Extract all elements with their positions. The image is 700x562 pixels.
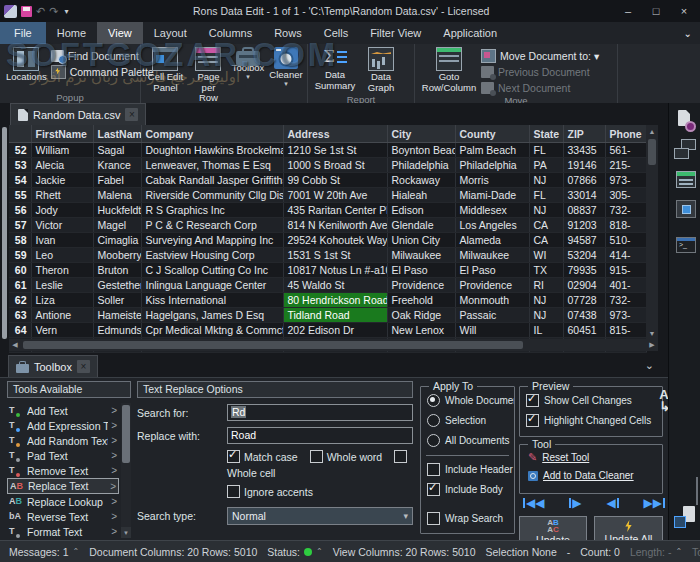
cell[interactable]: Rockaway <box>387 173 455 188</box>
cell[interactable]: Milwaukee <box>387 248 455 263</box>
menu-tab-file[interactable]: File <box>0 22 46 44</box>
cell[interactable]: FL <box>529 188 563 203</box>
cell[interactable]: 94587 <box>563 233 605 248</box>
search-input[interactable]: Rd <box>227 404 413 421</box>
all-documents-radio[interactable] <box>427 434 440 447</box>
cell[interactable]: Edison <box>387 203 455 218</box>
cell[interactable]: Alameda <box>455 233 529 248</box>
horizontal-scroll-thumb[interactable] <box>23 341 523 349</box>
menu-tab-rows[interactable]: Rows <box>263 22 313 44</box>
cell[interactable]: Cimaglia <box>93 233 141 248</box>
row-number[interactable]: 53 <box>9 158 31 173</box>
column-header-address[interactable]: Address <box>283 125 387 143</box>
first-match-button[interactable]: ◀◀ <box>523 496 544 510</box>
menu-tab-view[interactable]: View <box>97 22 143 44</box>
cell[interactable]: Lenweaver, Thomas E Esq <box>141 158 283 173</box>
cell[interactable]: 91203 <box>563 218 605 233</box>
next-document-button[interactable]: Next Document <box>481 80 599 95</box>
cell[interactable]: Los Angeles <box>455 218 529 233</box>
maximize-button[interactable]: □ <box>642 1 670 21</box>
cell[interactable]: Vern <box>31 323 93 338</box>
tool-item-remove-text[interactable]: TRemove Text> <box>7 463 119 478</box>
cell[interactable]: Huckfeldt <box>93 203 141 218</box>
cell[interactable]: Fabel <box>93 173 141 188</box>
reset-tool-link[interactable]: Reset Tool <box>542 452 589 463</box>
show-cell-changes-checkbox[interactable] <box>526 394 539 407</box>
messages-status[interactable]: Messages: 1⌃ <box>4 546 84 558</box>
cell[interactable]: 732- <box>605 203 646 218</box>
cell[interactable]: Philadelphia <box>455 158 529 173</box>
cell[interactable]: Hagelgans, James D Esq <box>141 308 283 323</box>
include-header-checkbox[interactable] <box>427 463 440 476</box>
windows-layout-icon[interactable] <box>674 139 696 161</box>
cell[interactable]: 53204 <box>563 248 605 263</box>
find-document-button[interactable]: Find Document <box>51 48 154 63</box>
cell[interactable]: Passaic <box>455 308 529 323</box>
row-number[interactable]: 61 <box>9 278 31 293</box>
cell[interactable]: Rhett <box>31 188 93 203</box>
grid-vertical-scrollbar[interactable]: ▲ ▼ <box>646 125 658 339</box>
close-button[interactable]: × <box>670 1 698 21</box>
cell[interactable]: William <box>31 143 93 158</box>
data-graph-button[interactable]: Data Graph <box>360 46 402 94</box>
cell[interactable]: Union City <box>387 233 455 248</box>
cell[interactable]: Magel <box>93 218 141 233</box>
locations-button[interactable]: Locations <box>2 46 51 84</box>
ribbon-collapse-chevron-icon[interactable]: ⌄ <box>684 28 692 39</box>
last-match-button[interactable]: ▶▶ <box>644 496 665 510</box>
tool-item-add-random-text[interactable]: TAdd Random Text> <box>7 433 119 448</box>
toolbox-tab-close-icon[interactable]: × <box>77 360 90 373</box>
column-header-city[interactable]: City <box>387 125 455 143</box>
row-number[interactable]: 52 <box>9 143 31 158</box>
document-tab-close-icon[interactable]: × <box>125 108 138 121</box>
page-per-row-button[interactable]: Page per Row <box>188 46 229 105</box>
previous-document-button[interactable]: Previous Document <box>481 64 599 79</box>
menu-tab-filter-view[interactable]: Filter View <box>359 22 432 44</box>
cell[interactable]: 79935 <box>563 263 605 278</box>
cell[interactable]: Mooberry <box>93 248 141 263</box>
status-indicator[interactable]: Status:⌃ <box>262 546 327 558</box>
column-header-firstname[interactable]: FirstName <box>31 125 93 143</box>
cell[interactable]: Edmundson <box>93 323 141 338</box>
toolbox-tab[interactable]: Toolbox × <box>8 355 98 377</box>
cell[interactable]: 60451 <box>563 323 605 338</box>
cell[interactable]: Monmouth <box>455 293 529 308</box>
document-info-icon[interactable] <box>674 110 696 132</box>
row-number[interactable]: 58 <box>9 233 31 248</box>
cell[interactable]: 401- <box>605 278 646 293</box>
match-case-checkbox[interactable] <box>227 450 240 463</box>
row-number[interactable]: 55 <box>9 188 31 203</box>
cell[interactable]: Bruton <box>93 263 141 278</box>
tool-item-pad-text[interactable]: TPad Text> <box>7 448 119 463</box>
cell[interactable]: 1531 S 1st St <box>283 248 387 263</box>
scroll-up-icon[interactable]: ▲ <box>646 125 658 137</box>
cleaner-button[interactable]: Cleaner ▾ <box>267 46 305 88</box>
whole-word-checkbox[interactable] <box>310 450 323 463</box>
cell[interactable]: Kiss International <box>141 293 283 308</box>
console-icon[interactable] <box>674 233 696 255</box>
goto-row-column-button[interactable]: Goto Row/Column <box>417 46 481 94</box>
cell[interactable]: CA <box>529 233 563 248</box>
column-header-state[interactable]: State <box>529 125 563 143</box>
include-body-checkbox[interactable] <box>427 483 440 496</box>
tools-scrollbar[interactable]: ▼ <box>121 403 131 538</box>
scroll-down-icon[interactable]: ▼ <box>646 327 658 339</box>
cell[interactable]: Oak Ridge <box>387 308 455 323</box>
cell[interactable]: 561- <box>605 143 646 158</box>
cell[interactable]: 973- <box>605 173 646 188</box>
cell[interactable]: Milwaukee <box>455 248 529 263</box>
cell[interactable]: 818- <box>605 218 646 233</box>
cell[interactable]: NJ <box>529 203 563 218</box>
cell[interactable]: 45 Waldo St <box>283 278 387 293</box>
cell[interactable]: 435 Raritan Center Pky <box>283 203 387 218</box>
cell-grid-icon[interactable] <box>674 197 696 219</box>
cell[interactable]: 07866 <box>563 173 605 188</box>
row-number[interactable]: 54 <box>9 173 31 188</box>
menu-tab-application[interactable]: Application <box>432 22 508 44</box>
cell[interactable]: 10817 Notus Ln #-a101 <box>283 263 387 278</box>
cell[interactable]: Soller <box>93 293 141 308</box>
table-view-icon[interactable] <box>674 168 696 190</box>
cell[interactable]: Tidland Road <box>283 308 387 323</box>
cell[interactable]: Sagal <box>93 143 141 158</box>
cell[interactable]: Miami-Dade <box>455 188 529 203</box>
